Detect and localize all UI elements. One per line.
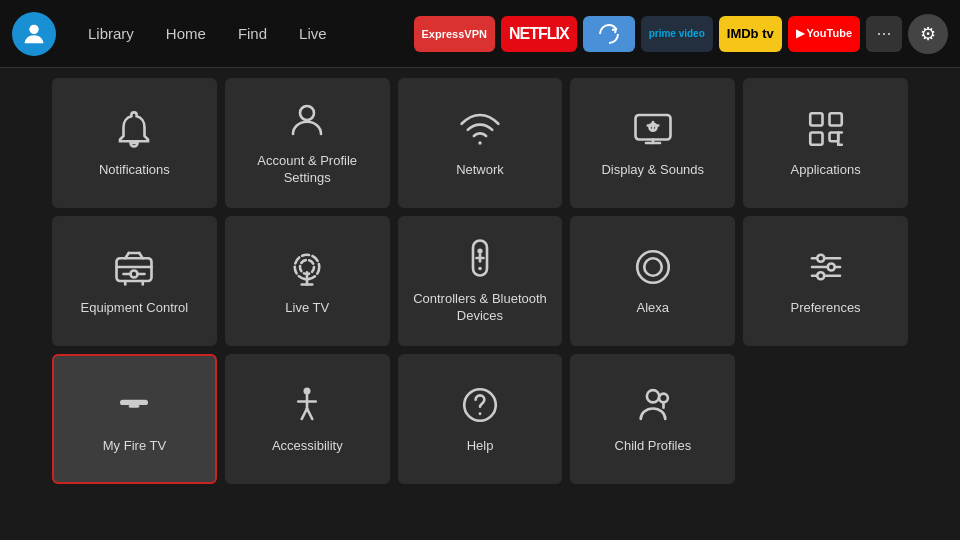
top-navigation: Library Home Find Live ExpressVPN NETFLI…	[0, 0, 960, 68]
apps-icon	[805, 108, 847, 150]
tile-alexa-label: Alexa	[629, 300, 678, 317]
expressvpn-button[interactable]: ExpressVPN	[414, 16, 495, 52]
svg-rect-42	[129, 405, 140, 408]
tile-equipment[interactable]: Equipment Control	[52, 216, 217, 346]
settings-row-3: My Fire TV Accessibility	[52, 354, 908, 484]
svg-point-39	[827, 263, 834, 270]
primevideo-button[interactable]: prime video	[641, 16, 713, 52]
svg-point-1	[300, 106, 314, 120]
svg-point-0	[29, 24, 38, 33]
tile-alexa[interactable]: Alexa	[570, 216, 735, 346]
nav-live[interactable]: Live	[285, 19, 341, 48]
bell-icon	[113, 108, 155, 150]
svg-point-32	[478, 267, 482, 271]
imdb-button[interactable]: IMDb tv	[719, 16, 782, 52]
help-icon	[459, 384, 501, 426]
nav-home[interactable]: Home	[152, 19, 220, 48]
more-apps-button[interactable]: ···	[866, 16, 902, 52]
antenna-icon	[286, 246, 328, 288]
tile-notifications-label: Notifications	[91, 162, 178, 179]
tile-childprofiles-label: Child Profiles	[607, 438, 700, 455]
svg-rect-41	[120, 399, 148, 404]
tile-help[interactable]: Help	[398, 354, 563, 484]
user-avatar[interactable]	[12, 12, 56, 56]
tile-display[interactable]: Display & Sounds	[570, 78, 735, 208]
settings-row-2: Equipment Control Live TV	[52, 216, 908, 346]
tile-network[interactable]: Network	[398, 78, 563, 208]
tile-livetv[interactable]: Live TV	[225, 216, 390, 346]
settings-row-1: Notifications Account & Profile Settings	[52, 78, 908, 208]
settings-grid: Notifications Account & Profile Settings	[0, 68, 960, 494]
tile-help-label: Help	[459, 438, 502, 455]
tv-icon	[113, 246, 155, 288]
remote-icon	[459, 237, 501, 279]
svg-point-2	[478, 141, 482, 145]
svg-rect-9	[810, 132, 822, 144]
display-icon	[632, 108, 674, 150]
tile-childprofiles[interactable]: Child Profiles	[570, 354, 735, 484]
wifi-icon	[459, 108, 501, 150]
netflix-button[interactable]: NETFLIX	[501, 16, 577, 52]
svg-rect-7	[810, 113, 822, 125]
youtube-button[interactable]: ▶ YouTube	[788, 16, 860, 52]
svg-point-34	[644, 258, 662, 276]
tile-equipment-label: Equipment Control	[73, 300, 197, 317]
firetv-icon	[113, 384, 155, 426]
tile-applications-label: Applications	[783, 162, 869, 179]
tile-network-label: Network	[448, 162, 512, 179]
person-icon	[286, 99, 328, 141]
nav-library[interactable]: Library	[74, 19, 148, 48]
tile-controllers[interactable]: Controllers & Bluetooth Devices	[398, 216, 563, 346]
empty-slot	[743, 354, 908, 484]
svg-line-46	[302, 408, 307, 419]
svg-point-38	[817, 254, 824, 261]
tile-accessibility[interactable]: Accessibility	[225, 354, 390, 484]
tile-account-label: Account & Profile Settings	[225, 153, 390, 187]
alexa-icon	[632, 246, 674, 288]
tile-account[interactable]: Account & Profile Settings	[225, 78, 390, 208]
svg-point-29	[477, 248, 482, 253]
freebird-button[interactable]	[583, 16, 635, 52]
svg-line-47	[307, 408, 312, 419]
tile-accessibility-label: Accessibility	[264, 438, 351, 455]
tile-controllers-label: Controllers & Bluetooth Devices	[398, 291, 563, 325]
svg-point-49	[479, 412, 482, 415]
tile-preferences-label: Preferences	[783, 300, 869, 317]
tile-myfiretv[interactable]: My Fire TV	[52, 354, 217, 484]
app-buttons: ExpressVPN NETFLIX prime video IMDb tv ▶…	[414, 14, 948, 54]
nav-find[interactable]: Find	[224, 19, 281, 48]
tile-notifications[interactable]: Notifications	[52, 78, 217, 208]
sliders-icon	[805, 246, 847, 288]
svg-point-40	[817, 272, 824, 279]
nav-links: Library Home Find Live	[74, 19, 341, 48]
tile-display-label: Display & Sounds	[593, 162, 712, 179]
tile-myfiretv-label: My Fire TV	[95, 438, 174, 455]
svg-rect-8	[829, 113, 841, 125]
childprofiles-icon	[632, 384, 674, 426]
tile-applications[interactable]: Applications	[743, 78, 908, 208]
tile-livetv-label: Live TV	[277, 300, 337, 317]
tile-preferences[interactable]: Preferences	[743, 216, 908, 346]
settings-button[interactable]: ⚙	[908, 14, 948, 54]
svg-point-50	[647, 390, 659, 402]
accessibility-icon	[286, 384, 328, 426]
